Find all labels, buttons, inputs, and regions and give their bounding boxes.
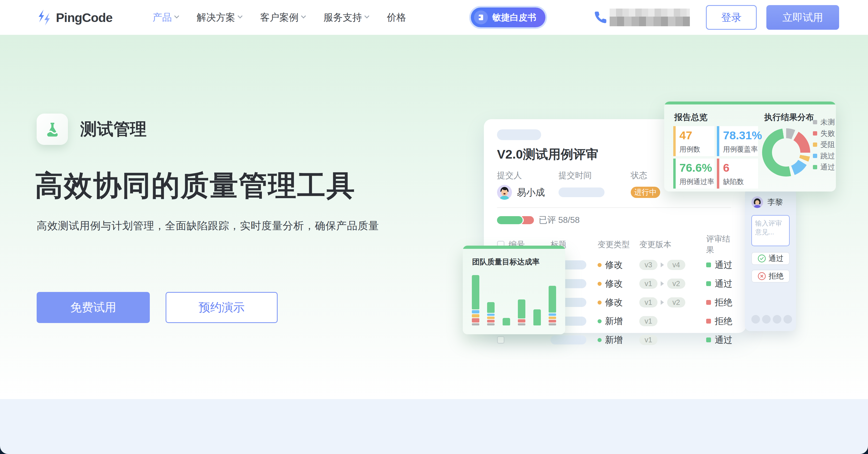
change-type-label: 新增 [605, 334, 623, 346]
submit-time-placeholder [559, 188, 604, 197]
nav-item-1[interactable]: 产品 [152, 11, 178, 24]
nav-item-label: 价格 [387, 11, 406, 24]
change-type-cell: 修改 [597, 296, 639, 309]
try-now-button[interactable]: 立即试用 [766, 5, 839, 30]
bar-segment-受阻 [472, 314, 479, 317]
reject-label: 拒绝 [769, 271, 784, 281]
change-type-cell: 新增 [597, 334, 639, 346]
column-header: 变更类型 [597, 239, 639, 250]
nav-item-label: 服务支持 [323, 11, 362, 24]
pager-dot[interactable] [773, 315, 781, 323]
bar-segment-跳过 [549, 313, 556, 316]
legend-label: 未测 [820, 117, 835, 127]
stat-label: 缺陷数 [723, 177, 758, 187]
submitter: 易小成 [497, 185, 559, 200]
nav-right: 敏捷白皮书 登录 立即试用 [471, 5, 839, 30]
nav-item-2[interactable]: 解决方案 [196, 11, 242, 24]
bar-segment-跳过 [472, 310, 479, 313]
legend-label: 跳过 [820, 151, 835, 161]
bar-segment-通过 [549, 286, 556, 313]
stats-grid: 47用例数78.31%用例覆盖率76.6%用例通过率6缺陷数 [673, 126, 758, 189]
check-circle-icon [757, 254, 766, 263]
status-badge: 进行中 [631, 187, 660, 198]
stat-label: 用例通过率 [679, 177, 714, 187]
legend-item: 通过 [813, 162, 835, 173]
bar-segment-未测 [487, 323, 495, 325]
flask-icon [43, 120, 61, 138]
chevron-down-icon [365, 13, 369, 18]
result-label: 通过 [715, 259, 733, 271]
stat-value: 78.31% [723, 129, 758, 142]
stat-label: 用例数 [679, 145, 714, 154]
nav-item-3[interactable]: 客户案例 [260, 11, 305, 24]
stat-value: 6 [723, 161, 758, 174]
free-trial-button[interactable]: 免费试用 [37, 292, 150, 323]
result-square [706, 300, 711, 305]
legend-label: 受阻 [820, 140, 835, 149]
review-progress-bar [497, 216, 534, 224]
logo[interactable]: PingCode [36, 9, 112, 25]
nav-menu: 产品解决方案客户案例服务支持价格 [152, 11, 406, 24]
x-circle-icon [757, 272, 766, 280]
login-button[interactable]: 登录 [706, 5, 757, 30]
nav-item-label: 客户案例 [260, 11, 299, 24]
change-type-cell: 新增 [597, 315, 639, 327]
title-placeholder [551, 335, 586, 344]
card-accent-bar [664, 102, 836, 105]
stat-tile-3: 76.6%用例通过率 [673, 159, 714, 189]
nav-item-label: 产品 [152, 11, 172, 24]
column-header: 变更版本 [639, 239, 706, 250]
navbar: PingCode 产品解决方案客户案例服务支持价格 敏捷白皮书 [0, 0, 868, 35]
bar-segment-跳过 [487, 314, 495, 316]
change-type-dot [597, 301, 601, 305]
phone-contact[interactable] [594, 8, 690, 26]
change-type-dot [597, 282, 601, 286]
approve-label: 通过 [769, 253, 784, 263]
stat-value: 47 [679, 129, 714, 142]
nav-item-4[interactable]: 服务支持 [323, 11, 369, 24]
chevron-down-icon [301, 13, 306, 18]
logo-text: PingCode [56, 10, 112, 25]
legend-swatch [813, 120, 817, 124]
bar-5 [533, 309, 541, 325]
bar-2 [487, 302, 495, 325]
bar-segment-通过 [503, 318, 510, 325]
change-type-label: 修改 [605, 278, 623, 290]
nav-item-5[interactable]: 价格 [387, 11, 406, 24]
bar-segment-通过 [487, 302, 495, 313]
reject-button[interactable]: 拒绝 [751, 270, 789, 283]
pager-dot[interactable] [762, 315, 771, 323]
pager-dot[interactable] [783, 315, 792, 323]
submitter-avatar [497, 185, 512, 200]
submitter-name: 易小成 [517, 186, 545, 199]
legend-swatch [813, 165, 817, 169]
legend-item: 受阻 [813, 139, 835, 150]
card-accent-bar [463, 246, 565, 249]
versions-cell: v1v2 [639, 297, 706, 308]
review-comment-input[interactable] [751, 215, 789, 246]
report-card: 报告总览 执行结果分布 47用例数78.31%用例覆盖率76.6%用例通过率6缺… [664, 102, 836, 192]
pager-dots [751, 315, 792, 323]
change-type-cell: 修改 [597, 259, 639, 271]
pager-dot[interactable] [751, 315, 760, 323]
arrow-right-icon [661, 262, 664, 267]
submit-time-label: 提交时间 [559, 170, 631, 181]
whitepaper-badge[interactable]: 敏捷白皮书 [471, 7, 546, 27]
arrow-right-icon [661, 300, 664, 305]
approve-button[interactable]: 通过 [751, 252, 789, 265]
legend-item: 未测 [813, 116, 835, 128]
book-demo-button[interactable]: 预约演示 [165, 292, 278, 323]
legend-swatch [813, 154, 817, 158]
bar-segment-通过 [518, 300, 525, 318]
result-label: 拒绝 [715, 315, 733, 327]
reviewer-avatar [751, 196, 763, 208]
submitter-label: 提交人 [497, 170, 559, 181]
bar-3 [503, 318, 510, 325]
result-square [706, 319, 711, 323]
change-type-dot [597, 338, 601, 342]
next-section-background [0, 399, 868, 454]
stacked-bar-chart [472, 274, 556, 325]
bar-6 [549, 286, 556, 325]
version-pill: v1 [639, 279, 657, 289]
row-checkbox[interactable] [497, 336, 504, 344]
